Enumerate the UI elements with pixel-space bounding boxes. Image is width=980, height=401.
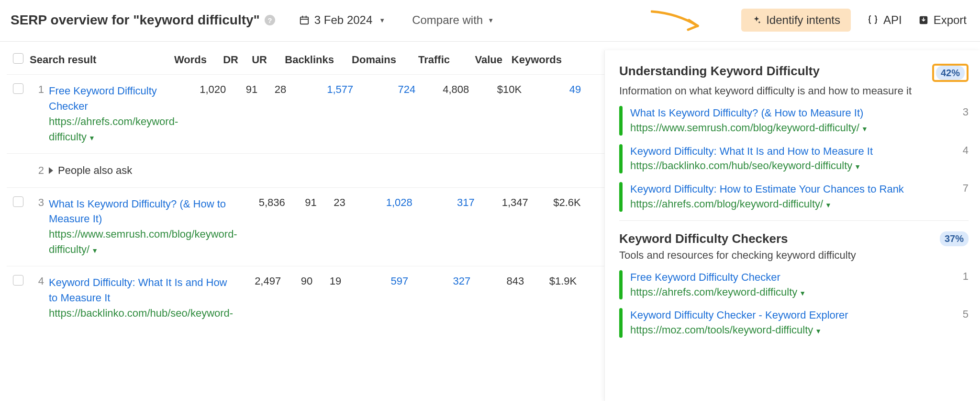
chevron-down-icon[interactable]: ▼ bbox=[89, 134, 95, 142]
intent-group-title: Keyword Difficulty Checkers bbox=[619, 231, 788, 246]
intent-item: Keyword Difficulty: How to Estimate Your… bbox=[619, 182, 969, 212]
intents-panel: Understanding Keyword Difficulty 42% Inf… bbox=[604, 50, 980, 401]
intent-item-url[interactable]: https://ahrefs.com/blog/keyword-difficul… bbox=[630, 198, 823, 210]
intent-pct-badge: 37% bbox=[940, 231, 969, 246]
chevron-down-icon[interactable]: ▼ bbox=[815, 327, 822, 335]
cell-domains[interactable]: 327 bbox=[408, 275, 470, 287]
cell-words: 5,836 bbox=[242, 196, 285, 209]
row-index: 3 bbox=[30, 196, 44, 209]
cell-backlinks[interactable]: 1,577 bbox=[286, 83, 353, 96]
row-index: 1 bbox=[30, 83, 44, 96]
col-domains[interactable]: Domains bbox=[334, 54, 396, 66]
braces-icon bbox=[867, 14, 879, 26]
row-checkbox[interactable] bbox=[13, 83, 23, 94]
intent-pct-badge: 42% bbox=[936, 66, 965, 80]
identify-intents-button[interactable]: Identify intents bbox=[741, 9, 851, 32]
row-checkbox[interactable] bbox=[13, 275, 23, 286]
row-index: 2 bbox=[30, 164, 44, 177]
intent-item-title[interactable]: Keyword Difficulty Checker - Keyword Exp… bbox=[630, 309, 848, 321]
page-title: SERP overview for "keyword difficulty" bbox=[11, 12, 260, 28]
cell-dr: 90 bbox=[281, 275, 312, 287]
intent-item-rank: 7 bbox=[955, 182, 969, 212]
people-also-ask-toggle[interactable]: People also ask bbox=[49, 164, 132, 177]
result-url[interactable]: https://backlinko.com/hub/seo/keyword- bbox=[49, 307, 233, 319]
cell-value: $10K bbox=[469, 83, 522, 96]
result-title-link[interactable]: Free Keyword Difficulty Checker bbox=[49, 85, 157, 112]
intent-item-url[interactable]: https://moz.com/tools/keyword-difficulty bbox=[630, 324, 813, 336]
intent-group-title: Understanding Keyword Difficulty bbox=[619, 64, 820, 79]
col-value[interactable]: Value bbox=[450, 54, 502, 66]
chevron-down-icon[interactable]: ▼ bbox=[825, 201, 832, 209]
cell-ur: 28 bbox=[257, 83, 286, 96]
intent-item-rank: 1 bbox=[955, 270, 969, 300]
col-ur[interactable]: UR bbox=[238, 54, 267, 66]
col-words[interactable]: Words bbox=[164, 54, 207, 66]
chevron-down-icon[interactable]: ▼ bbox=[91, 247, 98, 254]
col-dr[interactable]: DR bbox=[207, 54, 238, 66]
compare-dropdown[interactable]: Compare with ▼ bbox=[412, 13, 494, 27]
intent-accent-bar bbox=[619, 270, 623, 300]
identify-intents-label: Identify intents bbox=[766, 13, 840, 27]
col-traffic[interactable]: Traffic bbox=[396, 54, 450, 66]
help-icon[interactable]: ? bbox=[265, 15, 275, 25]
export-button[interactable]: Export bbox=[918, 13, 967, 27]
result-title-link[interactable]: Keyword Difficulty: What It Is and How t… bbox=[49, 276, 227, 304]
date-label: 3 Feb 2024 bbox=[314, 13, 372, 27]
intent-item: What Is Keyword Difficulty? (& How to Me… bbox=[619, 106, 969, 136]
result-url[interactable]: https://ahrefs.com/keyword-difficulty bbox=[49, 115, 178, 143]
date-picker[interactable]: 3 Feb 2024 ▼ bbox=[299, 13, 385, 27]
svg-rect-0 bbox=[301, 17, 309, 24]
intent-item-url[interactable]: https://ahrefs.com/keyword-difficulty bbox=[630, 286, 797, 298]
cell-keywords[interactable]: 49 bbox=[522, 83, 584, 96]
intent-item: Keyword Difficulty: What It Is and How t… bbox=[619, 144, 969, 174]
select-all-checkbox[interactable] bbox=[13, 53, 23, 64]
sparkle-icon bbox=[752, 15, 761, 25]
chevron-down-icon[interactable]: ▼ bbox=[854, 163, 861, 171]
cell-traffic: 843 bbox=[470, 275, 524, 287]
expand-icon bbox=[49, 167, 53, 174]
intent-group-desc: Tools and resources for checking keyword… bbox=[619, 249, 969, 262]
export-label: Export bbox=[934, 13, 967, 27]
result-url[interactable]: https://www.semrush.com/blog/keyword-dif… bbox=[49, 228, 237, 255]
col-search-result: Search result bbox=[30, 54, 164, 66]
cell-backlinks[interactable]: 597 bbox=[341, 275, 408, 287]
compare-label: Compare with bbox=[412, 13, 483, 27]
api-button[interactable]: API bbox=[867, 13, 902, 27]
cell-domains[interactable]: 317 bbox=[412, 196, 475, 209]
api-label: API bbox=[883, 13, 902, 27]
paa-label: People also ask bbox=[58, 164, 132, 177]
cell-dr: 91 bbox=[285, 196, 317, 209]
cell-ur: 23 bbox=[317, 196, 345, 209]
cell-value: $2.6K bbox=[528, 196, 581, 209]
calendar-icon bbox=[299, 15, 310, 25]
intent-item-rank: 4 bbox=[955, 144, 969, 174]
row-index: 4 bbox=[30, 275, 44, 287]
intent-item: Free Keyword Difficulty Checker https://… bbox=[619, 270, 969, 300]
intent-item-title[interactable]: What Is Keyword Difficulty? (& How to Me… bbox=[630, 107, 863, 119]
download-icon bbox=[918, 15, 929, 25]
intent-item-rank: 3 bbox=[955, 106, 969, 136]
chevron-down-icon[interactable]: ▼ bbox=[861, 125, 868, 133]
intent-item-rank: 5 bbox=[955, 308, 969, 338]
intent-item-title[interactable]: Keyword Difficulty: What It Is and How t… bbox=[630, 145, 873, 157]
cell-dr: 91 bbox=[226, 83, 257, 96]
cell-value: $1.9K bbox=[524, 275, 577, 287]
col-keywords[interactable]: Keywords bbox=[502, 54, 565, 66]
intent-group-desc: Information on what keyword difficulty i… bbox=[619, 85, 969, 97]
cell-domains[interactable]: 724 bbox=[353, 83, 415, 96]
intent-item-url[interactable]: https://backlinko.com/hub/seo/keyword-di… bbox=[630, 160, 852, 172]
cell-traffic: 4,808 bbox=[415, 83, 469, 96]
intent-item-title[interactable]: Free Keyword Difficulty Checker bbox=[630, 271, 780, 283]
intent-item-url[interactable]: https://www.semrush.com/blog/keyword-dif… bbox=[630, 122, 859, 134]
chevron-down-icon: ▼ bbox=[379, 17, 385, 24]
cell-words: 2,497 bbox=[238, 275, 281, 287]
cell-ur: 19 bbox=[312, 275, 341, 287]
result-title-link[interactable]: What Is Keyword Difficulty? (& How to Me… bbox=[49, 198, 226, 225]
cell-words: 1,020 bbox=[183, 83, 226, 96]
row-checkbox[interactable] bbox=[13, 196, 23, 207]
cell-backlinks[interactable]: 1,028 bbox=[345, 196, 412, 209]
col-backlinks[interactable]: Backlinks bbox=[267, 54, 334, 66]
chevron-down-icon[interactable]: ▼ bbox=[799, 289, 806, 297]
chevron-down-icon: ▼ bbox=[488, 17, 494, 24]
intent-item-title[interactable]: Keyword Difficulty: How to Estimate Your… bbox=[630, 183, 904, 195]
